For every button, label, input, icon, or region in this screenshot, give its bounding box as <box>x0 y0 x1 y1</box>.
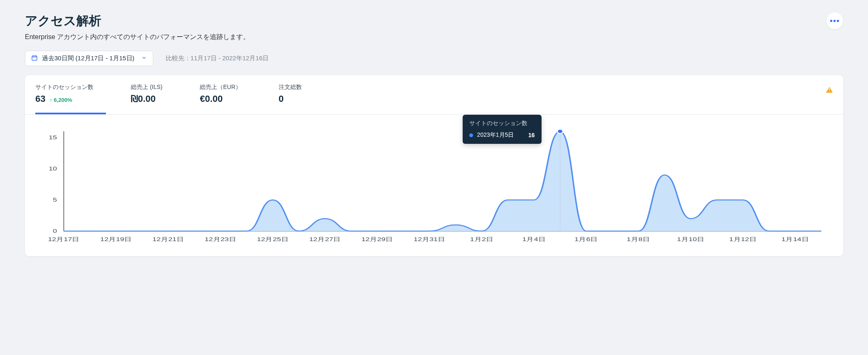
svg-text:10: 10 <box>49 165 57 171</box>
svg-text:12月25日: 12月25日 <box>257 236 289 242</box>
calendar-icon <box>31 54 38 62</box>
svg-rect-0 <box>32 56 37 60</box>
tab-label: 総売上（EUR） <box>200 84 241 91</box>
tooltip-date: 2023年1月5日 <box>477 131 514 139</box>
warning-icon[interactable] <box>826 87 833 93</box>
svg-text:15: 15 <box>49 134 57 140</box>
page-title: アクセス解析 <box>25 12 250 30</box>
tab-sales-eur[interactable]: 総売上（EUR） €0.00 <box>200 75 254 114</box>
svg-text:12月17日: 12月17日 <box>48 236 79 242</box>
svg-text:1月6日: 1月6日 <box>574 236 598 242</box>
sessions-area-chart[interactable]: 05101512月17日12月19日12月21日12月23日12月25日12月2… <box>35 127 833 244</box>
arrow-up-icon: ↑ <box>49 97 52 103</box>
svg-text:12月21日: 12月21日 <box>152 236 184 242</box>
svg-point-23 <box>557 129 563 133</box>
tab-value: ₪0.00 <box>131 94 156 104</box>
more-actions-button[interactable]: ••• <box>826 12 843 29</box>
svg-text:12月29日: 12月29日 <box>361 236 393 242</box>
tab-orders[interactable]: 注文総数 0 <box>279 75 314 114</box>
analytics-card: サイトのセッション数 63 ↑ 6,200% 総売上 (ILS) ₪0.00 総… <box>25 75 843 256</box>
compare-range-label: 比較先：11月17日 - 2022年12月16日 <box>166 54 269 62</box>
tab-sales-ils[interactable]: 総売上 (ILS) ₪0.00 <box>131 75 175 114</box>
svg-text:0: 0 <box>53 228 57 234</box>
svg-text:5: 5 <box>53 197 57 202</box>
ellipsis-icon: ••• <box>830 16 840 26</box>
tab-value: €0.00 <box>200 94 223 104</box>
page-subtitle: Enterprise アカウント内のすべてのサイトのパフォーマンスを追跡します。 <box>25 33 250 42</box>
svg-text:12月27日: 12月27日 <box>309 236 341 242</box>
svg-text:12月19日: 12月19日 <box>100 236 132 242</box>
svg-text:1月2日: 1月2日 <box>470 236 493 242</box>
tab-label: 注文総数 <box>279 84 302 91</box>
chart-container: 05101512月17日12月19日12月21日12月23日12月25日12月2… <box>25 115 843 244</box>
tab-label: サイトのセッション数 <box>35 84 93 91</box>
tab-label: 総売上 (ILS) <box>131 84 162 91</box>
date-range-label: 過去30日間 (12月17日 - 1月15日) <box>42 54 135 62</box>
tab-delta: ↑ 6,200% <box>49 97 72 103</box>
series-dot-icon <box>469 133 473 137</box>
svg-text:1月8日: 1月8日 <box>627 236 650 242</box>
svg-text:1月10日: 1月10日 <box>677 236 704 242</box>
tab-sessions[interactable]: サイトのセッション数 63 ↑ 6,200% <box>35 75 106 114</box>
date-range-picker[interactable]: 過去30日間 (12月17日 - 1月15日) <box>25 51 153 66</box>
chevron-down-icon <box>141 55 147 62</box>
chart-tooltip: サイトのセッション数 2023年1月5日 16 <box>463 115 542 144</box>
svg-text:12月31日: 12月31日 <box>414 236 445 242</box>
svg-text:12月23日: 12月23日 <box>205 236 236 242</box>
tab-value: 0 <box>279 94 284 104</box>
svg-text:1月14日: 1月14日 <box>782 236 809 242</box>
tooltip-title: サイトのセッション数 <box>469 120 535 127</box>
tooltip-value: 16 <box>528 132 535 138</box>
tab-value: 63 <box>35 94 45 104</box>
svg-text:1月4日: 1月4日 <box>522 236 546 242</box>
svg-text:1月12日: 1月12日 <box>729 236 757 242</box>
metric-tabs: サイトのセッション数 63 ↑ 6,200% 総売上 (ILS) ₪0.00 総… <box>25 75 843 115</box>
